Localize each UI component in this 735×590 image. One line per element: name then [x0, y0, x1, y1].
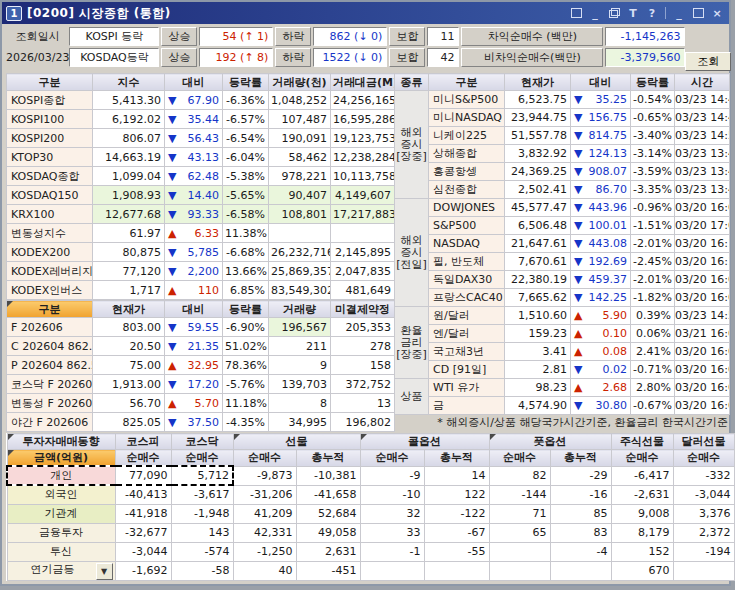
table-row[interactable]: KODEX레버리지77,120▼2,20013.66%25,869,3572,0… [7, 262, 395, 281]
table-row[interactable]: KTOP3014,663.19▼43.13-6.04%58,46212,238,… [7, 148, 395, 167]
table-row[interactable]: 변동성 F 20260456.70▲5.7011.18%813 [7, 394, 395, 413]
minimize-button[interactable]: _ [671, 6, 687, 20]
change-cell: ▼192.69 [571, 253, 631, 271]
value-cell: 372,752 [331, 375, 395, 394]
row-label: 금 [429, 397, 505, 415]
table-row[interactable]: C 202604 862.520.50▼21.3551.02%211278 [7, 337, 395, 356]
rate-cell: -1.82% [631, 289, 675, 307]
investor-row[interactable]: 외국인-40,413-3,617-31,206-41,658-10122-144… [7, 485, 734, 504]
sub-header: 순매수 [489, 450, 550, 467]
float-window-icon[interactable] [568, 6, 584, 20]
table-row[interactable]: 홍콩항셍24,369.25▼908.07-3.59%03/23 13:43 [395, 163, 730, 181]
row-label: 연기금등▼ [7, 561, 115, 580]
group-header: 콜옵션 [360, 434, 489, 450]
table-row[interactable]: 필, 반도체7,670.61▼192.69-2.45%03/20 16:15 [395, 253, 730, 271]
table-row[interactable]: CD [91일]2.81▼0.02-0.71%03/20 16:00 [395, 361, 730, 379]
table-row[interactable]: 환율 금리 [장중]원/달러1,510.60▲5.900.39%03/23 14… [395, 307, 730, 325]
help-icon[interactable]: ? [644, 6, 660, 20]
table-row[interactable]: 해외 증시 [장중]미니S&P5006,523.75▼35.25-0.54%03… [395, 91, 730, 109]
table-row[interactable]: 심천종합2,502.41▼86.70-3.35%03/23 13:43 [395, 181, 730, 199]
up-count: 192 (↑ 8) [199, 48, 273, 67]
column-header: 구분 [429, 74, 505, 91]
text-size-icon[interactable]: T [625, 6, 641, 20]
change-cell: ▼443.96 [571, 199, 631, 217]
table-row[interactable]: 니케이22551,557.78▼814.75-3.40%03/23 14:58 [395, 127, 730, 145]
timezone-footnote: * 해외증시/상품 해당국가시간기준, 환율금리 한국시간기준 [394, 415, 730, 430]
time-cell: 03/20 16:00 [675, 289, 730, 307]
group-header: 주식선물 [611, 434, 673, 450]
title-bar[interactable]: 1 [0200] 시장종합 (통합) _ T ? _ × [2, 2, 729, 24]
row-label: 미니S&P500 [429, 91, 505, 109]
change-cell: ▲32.95 [165, 356, 223, 375]
change-cell: ▼86.70 [571, 181, 631, 199]
change-cell: ▼814.75 [571, 127, 631, 145]
rate-cell: -6.54% [223, 129, 269, 148]
value-cell: 143 [171, 523, 233, 542]
change-cell: ▲6.33 [165, 224, 223, 243]
table-row[interactable]: 상품WTI 유가98.23▲2.682.80%03/20 16:00 [395, 379, 730, 397]
maximize-button[interactable] [690, 6, 706, 20]
investor-row[interactable]: 개인77,0905,712-9,873-10,381-91482-29-6,41… [7, 466, 734, 485]
search-button[interactable]: 조회 [685, 52, 731, 71]
down-arrow-icon: ▼ [168, 246, 176, 259]
table-row[interactable]: KRX10012,677.68▼93.33-6.58%108,80117,217… [7, 205, 395, 224]
price-cell: 803.00 [93, 318, 165, 337]
table-row[interactable]: KOSPI종합5,413.30▼67.90-6.36%1,048,25224,2… [7, 91, 395, 110]
column-header: 구분 [7, 301, 93, 318]
row-label: 상해종합 [429, 145, 505, 163]
value-cell: 33 [360, 523, 424, 542]
value-cell: 4,149,607 [331, 186, 395, 205]
pension-dropdown-button[interactable]: ▼ [96, 563, 113, 580]
table-row[interactable]: 코스닥 F 2026061,913.00▼17.20-5.76%139,7033… [7, 375, 395, 394]
column-header: 거래량 [269, 301, 331, 318]
investor-row[interactable]: 투신-3,044-574-1,2502,631-1-55-4152-194 [7, 542, 734, 561]
rate-cell: -3.59% [631, 163, 675, 181]
price-cell: 56.70 [93, 394, 165, 413]
row-label: 변동성지수 [7, 224, 93, 243]
table-row[interactable]: 독일DAX3022,380.19▼459.37-2.01%03/20 16:00 [395, 271, 730, 289]
table-row[interactable]: 미니NASDAQ23,944.75▼156.75-0.65%03/23 14:4… [395, 109, 730, 127]
row-label: 엔/달러 [429, 325, 505, 343]
table-row[interactable]: 상해종합3,832.92▼124.13-3.14%03/23 13:43 [395, 145, 730, 163]
global-market-table: 종류구분현재가대비등락률시간해외 증시 [장중]미니S&P5006,523.75… [394, 73, 730, 415]
arbitrage-value: -1,145,263 [605, 27, 685, 46]
table-row[interactable]: KOSDAQ종합1,099.04▼62.48-5.38%978,22110,11… [7, 167, 395, 186]
down-arrow-icon: ▼ [168, 132, 176, 145]
table-row[interactable]: F 202606803.00▼59.55-6.90%196,567205,353 [7, 318, 395, 337]
value-cell: -144 [489, 485, 550, 504]
table-row[interactable]: 해외 증시 [전일]DOWJONES45,577.47▼443.96-0.96%… [395, 199, 730, 217]
table-row[interactable]: KOSPI1006,192.02▼35.44-6.57%107,48716,59… [7, 110, 395, 129]
group-header: 달러선물 [673, 434, 734, 450]
table-row[interactable]: KOSPI200806.07▼56.43-6.54%190,09119,123,… [7, 129, 395, 148]
table-row[interactable]: 변동성지수61.97▲6.3311.38% [7, 224, 395, 243]
table-row[interactable]: 금4,574.90▼30.80-0.67%03/20 16:00 [395, 397, 730, 415]
value-cell: -1,692 [115, 561, 171, 580]
window-title: [0200] 시장종합 (통합) [27, 5, 171, 22]
change-cell: ▼142.25 [571, 289, 631, 307]
table-row[interactable]: 야간 F 202606825.05▼37.50-4.35%34,995196,8… [7, 413, 395, 432]
table-row[interactable]: P 202604 862.575.00▲32.9578.36%9158 [7, 356, 395, 375]
hide-window-icon[interactable]: _ [587, 6, 603, 20]
cascade-windows-icon[interactable] [606, 6, 622, 20]
table-row[interactable]: 국고채3년3.41▲0.082.41%03/20 16:00 [395, 343, 730, 361]
table-row[interactable]: NASDAQ21,647.61▼443.08-2.01%03/20 16:15 [395, 235, 730, 253]
investor-row[interactable]: 기관계-41,918-1,94841,20952,68432-12271859,… [7, 504, 734, 523]
rate-cell: -5.76% [223, 375, 269, 394]
table-row[interactable]: 프랑스CAC407,665.62▼142.25-1.82%03/20 16:00 [395, 289, 730, 307]
row-label: 투신 [7, 542, 115, 561]
table-row[interactable]: KODEX20080,875▼5,785-6.68%26,232,7162,14… [7, 243, 395, 262]
change-cell: ▼124.13 [571, 145, 631, 163]
table-row[interactable]: S&P5006,506.48▼100.01-1.51%03/20 17:05 [395, 217, 730, 235]
time-cell: 03/20 16:00 [675, 379, 730, 397]
table-row[interactable]: KOSDAQ1501,908.93▼14.40-5.65%90,4074,149… [7, 186, 395, 205]
table-row[interactable]: KODEX인버스1,717▲1106.85%83,549,302481,649 [7, 281, 395, 300]
investor-row[interactable]: 연기금등▼-1,692-5840-451670 [7, 561, 734, 580]
value-cell: 2,047,835 [331, 262, 395, 281]
down-arrow-icon: ▼ [574, 399, 582, 412]
down-arrow-icon: ▼ [168, 340, 176, 353]
investor-row[interactable]: 금융투자-32,67714342,33149,05833-6765838,179… [7, 523, 734, 542]
time-cell: 03/20 16:00 [675, 397, 730, 415]
market-updown-label: KOSPI 등락 [69, 27, 159, 46]
close-button[interactable]: × [709, 6, 725, 20]
table-row[interactable]: 엔/달러159.23▲0.100.06%03/21 16:00 [395, 325, 730, 343]
